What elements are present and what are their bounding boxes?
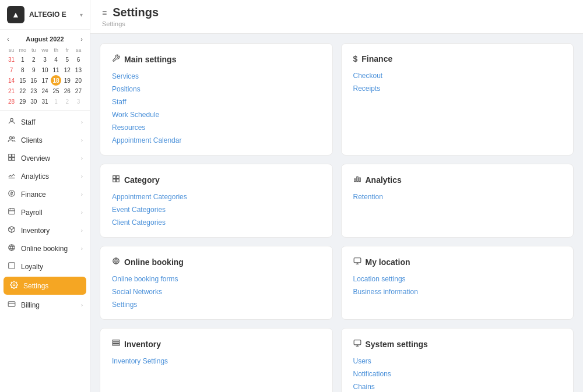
link-resources[interactable]: Resources [112, 123, 321, 132]
link-receipts[interactable]: Receipts [353, 84, 562, 93]
sidebar-item-billing[interactable]: Billing › [0, 296, 90, 314]
chevron-down-icon: › [81, 174, 83, 179]
sidebar-item-label: Staff [21, 118, 76, 126]
link-appointment-calendar[interactable]: Appointment Calendar [112, 136, 321, 144]
cal-day[interactable]: 12 [62, 65, 72, 75]
cal-day[interactable]: 2 [62, 96, 72, 107]
cal-day[interactable]: 21 [6, 86, 17, 96]
link-users[interactable]: Users [353, 357, 562, 365]
cal-day[interactable]: 25 [51, 86, 61, 96]
cal-day[interactable]: 14 [6, 75, 17, 86]
cal-day[interactable]: 16 [29, 75, 39, 86]
link-inventory-settings[interactable]: Inventory Settings [112, 357, 321, 365]
cal-day[interactable]: 24 [40, 86, 50, 96]
finance-icon [7, 189, 16, 199]
calendar-next-button[interactable]: › [79, 36, 84, 43]
sidebar-item-label: Clients [21, 136, 76, 144]
cal-day[interactable]: 29 [17, 96, 28, 107]
link-notifications[interactable]: Notifications [353, 370, 562, 378]
chevron-down-icon: › [81, 228, 83, 234]
svg-rect-4 [12, 154, 15, 157]
cal-day[interactable]: 19 [62, 75, 72, 86]
link-chains[interactable]: Chains [353, 383, 562, 391]
sidebar-item-finance[interactable]: Finance › [0, 185, 90, 203]
sidebar-item-clients[interactable]: Clients › [0, 131, 90, 149]
cal-dow-mo: mo [17, 46, 28, 54]
link-positions[interactable]: Positions [112, 85, 321, 93]
cal-day[interactable]: 28 [6, 96, 17, 107]
sidebar: ▲ ALTEGIO E ▾ ‹ August 2022 › su mo tu w… [0, 0, 90, 392]
cal-day[interactable]: 31 [6, 54, 17, 65]
cal-day[interactable]: 3 [40, 54, 50, 65]
cal-day[interactable]: 15 [17, 75, 28, 86]
link-social-networks[interactable]: Social Networks [112, 288, 321, 296]
sidebar-item-payroll[interactable]: Payroll › [0, 203, 90, 221]
cal-day[interactable]: 27 [73, 86, 83, 96]
sidebar-item-settings[interactable]: Settings [3, 277, 86, 295]
cal-day[interactable]: 20 [73, 75, 83, 86]
calendar-prev-button[interactable]: ‹ [6, 36, 10, 43]
cal-day[interactable]: 23 [29, 86, 39, 96]
app-logo[interactable]: ▲ ALTEGIO E ▾ [0, 0, 90, 30]
cal-day[interactable]: 31 [40, 96, 50, 107]
svg-rect-34 [113, 340, 120, 341]
link-settings[interactable]: Settings [112, 301, 321, 309]
link-checkout[interactable]: Checkout [353, 72, 562, 80]
svg-rect-35 [113, 342, 120, 343]
cal-day[interactable]: 1 [51, 96, 61, 107]
overview-icon [7, 153, 16, 163]
sidebar-item-overview[interactable]: Overview › [0, 149, 90, 167]
link-appointment-categories[interactable]: Appointment Categories [112, 193, 321, 201]
link-online-booking-forms[interactable]: Online booking forms [112, 275, 321, 283]
main-content: ≡ Settings Settings Main settings Servic… [90, 0, 583, 392]
cal-day[interactable]: 3 [73, 96, 83, 107]
cal-day[interactable]: 13 [73, 65, 83, 75]
sidebar-item-label: Loyalty [21, 263, 83, 271]
link-business-information[interactable]: Business information [353, 288, 562, 296]
sidebar-item-analytics[interactable]: Analytics › [0, 167, 90, 185]
dollar-icon: $ [353, 54, 358, 63]
cal-day[interactable]: 2 [29, 54, 39, 65]
cal-dow-sa: sa [73, 46, 84, 54]
link-retention[interactable]: Retention [353, 193, 562, 201]
cal-day[interactable]: 30 [29, 96, 39, 107]
cal-day[interactable]: 22 [17, 86, 28, 96]
link-location-settings[interactable]: Location settings [353, 275, 562, 283]
sidebar-item-loyalty[interactable]: Loyalty [0, 257, 90, 276]
cal-day[interactable]: 9 [29, 65, 39, 75]
card-title: Analytics [353, 175, 562, 185]
cal-day[interactable]: 8 [17, 65, 28, 75]
sidebar-item-staff[interactable]: Staff › [0, 113, 90, 131]
payroll-icon [7, 207, 16, 217]
card-inventory: Inventory Inventory Settings [100, 328, 333, 392]
link-services[interactable]: Services [112, 72, 321, 80]
link-event-categories[interactable]: Event Categories [112, 206, 321, 214]
clients-icon [7, 135, 16, 145]
settings-icon [9, 281, 19, 291]
link-work-schedule[interactable]: Work Schedule [112, 111, 321, 119]
cal-day[interactable]: 6 [73, 54, 83, 65]
sidebar-item-inventory[interactable]: Inventory › [0, 221, 90, 239]
cal-day[interactable]: 26 [62, 86, 72, 96]
cal-day[interactable]: 17 [40, 75, 50, 86]
cal-day-today[interactable]: 18 [51, 75, 61, 86]
svg-rect-31 [354, 258, 361, 263]
analytics-icon [7, 171, 16, 181]
sidebar-item-online-booking[interactable]: Online booking › [0, 239, 90, 257]
logo-icon: ▲ [7, 6, 24, 23]
card-title: My location [353, 257, 562, 267]
cal-day[interactable]: 7 [6, 65, 17, 75]
cal-day[interactable]: 1 [17, 54, 28, 65]
monitor-icon [353, 257, 361, 267]
cal-day[interactable]: 5 [62, 54, 72, 65]
link-staff[interactable]: Staff [112, 98, 321, 106]
cal-day[interactable]: 10 [40, 65, 50, 75]
svg-rect-24 [117, 179, 120, 182]
menu-toggle-icon[interactable]: ≡ [102, 8, 107, 17]
svg-rect-37 [354, 340, 361, 345]
link-client-categories[interactable]: Client Categories [112, 218, 321, 227]
sidebar-item-label: Online booking [21, 245, 76, 253]
cal-day[interactable]: 4 [51, 54, 61, 65]
cal-day[interactable]: 11 [51, 65, 61, 75]
globe-icon [112, 257, 120, 267]
